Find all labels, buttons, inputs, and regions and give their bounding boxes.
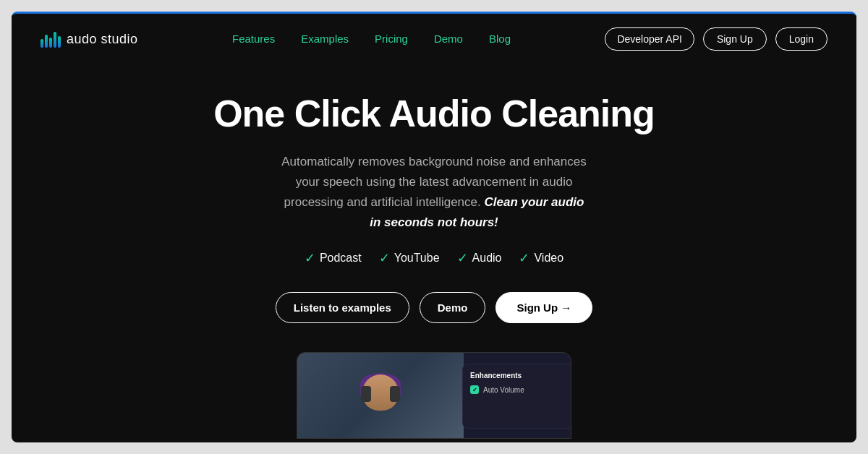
- nav-item-blog[interactable]: Blog: [489, 33, 511, 46]
- preview-window: Enhancements ✓ Auto Volume: [297, 352, 571, 439]
- nav-link-blog[interactable]: Blog: [489, 33, 511, 45]
- logo-bar-1: [41, 39, 43, 48]
- badge-video: ✓ Video: [519, 250, 563, 266]
- nav-item-examples[interactable]: Examples: [301, 33, 349, 46]
- logo-bar-2: [45, 35, 48, 48]
- badge-youtube: ✓ YouTube: [379, 250, 440, 266]
- nav-item-demo[interactable]: Demo: [434, 33, 463, 46]
- nav-link-examples[interactable]: Examples: [301, 33, 349, 45]
- nav-links: Features Examples Pricing Demo Blog: [232, 33, 511, 46]
- logo-icon: [41, 30, 61, 48]
- badge-video-label: Video: [534, 252, 563, 265]
- logo-bar-4: [54, 32, 56, 48]
- logo: audo studio: [41, 30, 138, 48]
- headphone-left: [361, 386, 371, 402]
- headphone-right: [390, 386, 400, 402]
- demo-button[interactable]: Demo: [420, 292, 486, 323]
- check-icon-podcast: ✓: [305, 250, 315, 266]
- signup-nav-button[interactable]: Sign Up: [703, 27, 767, 51]
- nav-link-demo[interactable]: Demo: [434, 33, 463, 45]
- developer-api-button[interactable]: Developer API: [605, 27, 694, 51]
- panel-title: Enhancements: [470, 372, 566, 380]
- preview-image: [297, 353, 464, 439]
- checkbox-check-icon: ✓: [472, 387, 477, 393]
- hero-badges: ✓ Podcast ✓ YouTube ✓ Audio ✓ Video: [305, 250, 563, 266]
- badge-podcast-label: Podcast: [320, 252, 362, 265]
- panel-label-autovolume: Auto Volume: [483, 386, 524, 394]
- nav-actions: Developer API Sign Up Login: [605, 27, 827, 51]
- badge-youtube-label: YouTube: [394, 252, 440, 265]
- nav-item-pricing[interactable]: Pricing: [375, 33, 408, 46]
- nav-link-pricing[interactable]: Pricing: [375, 33, 408, 45]
- hero-title: One Click Audio Cleaning: [213, 93, 655, 134]
- hero-actions: Listen to examples Demo Sign Up →: [276, 292, 593, 323]
- logo-text: audo studio: [67, 32, 138, 47]
- page-wrapper: audo studio Features Examples Pricing De…: [12, 12, 856, 442]
- nav-item-features[interactable]: Features: [232, 33, 275, 46]
- person-silhouette: [352, 367, 409, 439]
- navbar: audo studio Features Examples Pricing De…: [12, 14, 856, 64]
- hero-section: One Click Audio Cleaning Automatically r…: [12, 64, 856, 352]
- check-icon-video: ✓: [519, 250, 529, 266]
- login-button[interactable]: Login: [775, 27, 827, 51]
- hero-subtitle: Automatically removes background noise a…: [278, 152, 590, 233]
- badge-audio: ✓ Audio: [457, 250, 502, 266]
- panel-row-autovolume: ✓ Auto Volume: [470, 385, 566, 394]
- badge-audio-label: Audio: [472, 252, 502, 265]
- person-head: [362, 374, 399, 411]
- logo-bar-5: [58, 36, 61, 48]
- check-icon-youtube: ✓: [379, 250, 390, 266]
- logo-bar-3: [49, 38, 52, 48]
- preview-panel: Enhancements ✓ Auto Volume: [462, 364, 571, 429]
- check-icon-audio: ✓: [457, 250, 468, 266]
- signup-hero-button[interactable]: Sign Up →: [495, 292, 592, 323]
- nav-link-features[interactable]: Features: [232, 33, 275, 45]
- badge-podcast: ✓ Podcast: [305, 250, 362, 266]
- preview-container: Enhancements ✓ Auto Volume: [239, 352, 629, 439]
- listen-examples-button[interactable]: Listen to examples: [276, 292, 409, 323]
- panel-checkbox-autovolume: ✓: [470, 385, 479, 394]
